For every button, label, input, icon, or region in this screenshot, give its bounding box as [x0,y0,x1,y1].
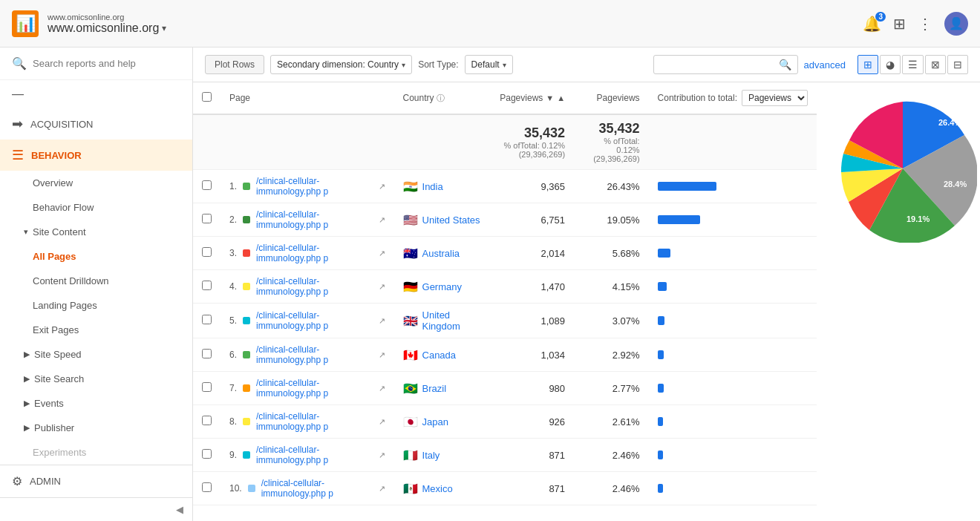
sort-type-dropdown[interactable]: Default ▾ [465,55,513,74]
page-link[interactable]: /clinical-cellular-immunology.php p [256,310,376,331]
row-checkbox-2[interactable] [202,247,212,257]
row-color-dot [248,485,255,492]
row-checkbox-4[interactable] [202,315,212,324]
sidebar-item-behavior-flow[interactable]: Behavior Flow [0,195,192,220]
secondary-dimension-dropdown[interactable]: Secondary dimension: Country ▾ [270,55,412,74]
apps-button[interactable]: ⊞ [893,15,906,33]
sidebar-item-overview[interactable]: Overview [0,171,192,195]
page-link[interactable]: /clinical-cellular-immunology.php p [256,445,376,465]
country-name[interactable]: Mexico [422,483,453,494]
view-list-button[interactable]: ☰ [902,55,924,74]
sidebar-item-content-drilldown[interactable]: Content Drilldown [0,269,192,293]
country-name[interactable]: United States [422,214,480,226]
external-link-icon[interactable]: ↗ [379,282,385,292]
sidebar-group-publisher[interactable]: ▶ Publisher [0,416,192,440]
plot-rows-button[interactable]: Plot Rows [205,55,264,74]
row-checkbox-1[interactable] [202,214,212,223]
row-checkbox-9[interactable] [202,482,212,492]
sidebar-item-home[interactable]: — [0,80,192,108]
external-link-icon[interactable]: ↗ [379,417,385,427]
country-name[interactable]: India [422,181,443,192]
row-checkbox-5[interactable] [202,349,212,358]
page-link[interactable]: /clinical-cellular-immunology.php p [256,276,376,297]
sidebar-item-landing-pages[interactable]: Landing Pages [0,293,192,318]
external-link-icon[interactable]: ↗ [379,249,385,258]
sort-asc-icon[interactable]: ▲ [557,94,565,102]
row-checkbox-7[interactable] [202,416,212,425]
row-num: 5. [229,315,237,326]
row-checkbox-3[interactable] [202,281,212,290]
select-all-checkbox[interactable] [202,92,212,102]
sidebar-group-site-content[interactable]: ▾ Site Content [0,220,192,244]
pageviews2-cell: 26.43% [574,170,648,203]
page-link[interactable]: /clinical-cellular-immunology.php p [256,176,376,197]
acquisition-icon: ➡ [12,116,23,132]
view-custom-button[interactable]: ⊟ [947,55,968,74]
external-link-icon[interactable]: ↗ [379,350,385,360]
external-link-icon[interactable]: ↗ [379,316,385,326]
sidebar-item-exit-pages[interactable]: Exit Pages [0,318,192,342]
pageviews-cell: 926 [491,405,574,439]
sidebar-group-events[interactable]: ▶ Events [0,391,192,416]
sidebar-item-behavior[interactable]: ☰ BEHAVIOR [0,140,192,171]
country-col-header: Country ⓘ [394,82,491,114]
sidebar-item-admin[interactable]: ⚙ ADMIN [0,465,192,497]
page-link[interactable]: /clinical-cellular-immunology.php p [256,209,376,230]
user-avatar[interactable]: 👤 [944,12,968,36]
country-name[interactable]: United Kingdom [422,309,483,332]
sidebar-item-acquisition[interactable]: ➡ ACQUISITION [0,108,192,140]
row-num: 8. [229,416,237,427]
country-name[interactable]: Canada [422,350,457,361]
behavior-label: BEHAVIOR [31,150,82,161]
view-table-button[interactable]: ⊞ [858,55,878,74]
country-name[interactable]: Italy [422,450,440,461]
toolbar: Plot Rows Secondary dimension: Country ▾… [193,47,980,82]
row-checkbox-8[interactable] [202,449,212,459]
domain-selector[interactable]: www.omicsonline.org ▾ [48,22,166,35]
row-checkbox-6[interactable] [202,382,212,392]
pie-chart-container: 26.4% 28.4% 19.1% [817,82,980,257]
page-link[interactable]: /clinical-cellular-immunology.php p [256,378,376,399]
notifications-button[interactable]: 🔔 3 [863,15,881,33]
sidebar-group-site-speed[interactable]: ▶ Site Speed [0,342,192,367]
page-link[interactable]: /clinical-cellular-immunology.php p [256,243,376,263]
external-link-icon[interactable]: ↗ [379,182,385,191]
domain-caret-icon: ▾ [162,23,166,33]
country-name[interactable]: Japan [422,416,448,427]
row-color-dot [243,183,250,190]
sidebar-collapse-button[interactable]: ◀ [0,497,192,521]
sort-desc-icon[interactable]: ▼ [546,94,554,102]
pageviews2-cell: 2.77% [574,372,648,405]
external-link-icon[interactable]: ↗ [379,484,385,494]
advanced-link[interactable]: advanced [804,59,846,71]
country-name[interactable]: Germany [422,281,462,292]
more-options-button[interactable]: ⋮ [918,15,932,33]
sidebar-item-all-pages[interactable]: All Pages [0,244,192,269]
contrib-bar-cell [649,439,817,472]
external-link-icon[interactable]: ↗ [379,215,385,225]
country-name[interactable]: Brazil [422,383,447,394]
row-num: 6. [229,350,237,360]
page-link[interactable]: /clinical-cellular-immunology.php p [256,411,376,432]
table-search-input[interactable] [660,59,779,70]
table-search-icon[interactable]: 🔍 [779,59,791,71]
table-chart-container: Page Country ⓘ Pageviews ▼ ▲ [193,82,980,505]
row-num: 4. [229,281,237,292]
row-checkbox-0[interactable] [202,180,212,190]
summary-row: 35,432 % ofTotal: 0.12% (29,396,269) 35,… [193,114,817,170]
view-type-buttons: ⊞ ◕ ☰ ⊠ ⊟ [858,55,968,74]
page-link[interactable]: /clinical-cellular-immunology.php p [256,344,376,365]
pageviews2-cell: 2.46% [574,439,648,472]
contrib-select[interactable]: Pageviews [742,90,808,106]
external-link-icon[interactable]: ↗ [379,384,385,393]
view-pie-button[interactable]: ◕ [880,55,901,74]
page-link[interactable]: /clinical-cellular-immunology.php p [261,478,376,499]
view-pivot-button[interactable]: ⊠ [925,55,946,74]
search-input[interactable] [33,58,180,69]
country-name[interactable]: Australia [422,248,460,259]
sidebar-group-site-search[interactable]: ▶ Site Search [0,367,192,391]
row-color-dot [243,418,250,425]
contrib-bar-cell [649,304,817,338]
external-link-icon[interactable]: ↗ [379,450,385,460]
sidebar-item-experiments[interactable]: Experiments [0,440,192,465]
